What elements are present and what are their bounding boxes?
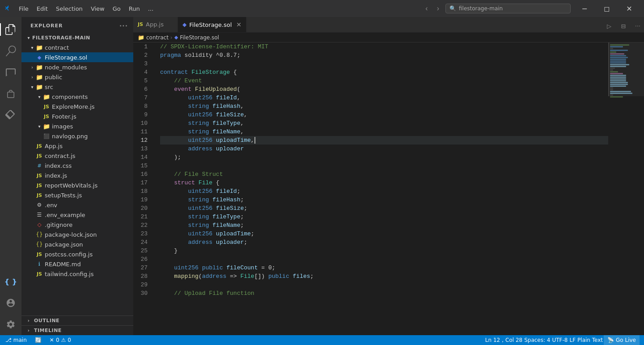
sidebar-item-env[interactable]: ⚙ .env — [21, 200, 133, 210]
timeline-section[interactable]: › TIMELINE — [21, 325, 133, 335]
explorer-activity-icon[interactable] — [0, 19, 21, 40]
sidebar-item-contract[interactable]: ▾ 📁 contract — [21, 43, 133, 52]
sidebar-item-exploremore[interactable]: JS ExploreMore.js — [21, 102, 133, 111]
run-button[interactable]: ▷ — [603, 20, 615, 32]
code-line-5: // Event — [160, 77, 608, 85]
code-line-6: event FileUploaded( — [160, 85, 608, 94]
sync-icon: 🔄 — [35, 337, 42, 343]
js-icon3: JS — [36, 142, 43, 149]
restore-button[interactable]: ◻ — [597, 0, 617, 17]
sidebar-item-contract-js[interactable]: JS contract.js — [21, 151, 133, 161]
mini-line-14 — [610, 68, 615, 69]
root-folder-label: FILESTORAGE-MAIN — [32, 35, 90, 41]
postcss-label: postcss.config.js — [45, 251, 93, 258]
status-spaces[interactable]: Spaces: 4 — [523, 335, 551, 345]
sidebar-more-icon[interactable]: ··· — [119, 22, 128, 30]
mini-line-7 — [610, 55, 626, 56]
run-activity-icon[interactable] — [0, 83, 21, 105]
code-line-18: uint256 fileId; — [160, 187, 608, 196]
tab-app-js[interactable]: JS App.js — [133, 17, 178, 32]
sidebar-item-public[interactable]: › 📁 public — [21, 72, 133, 82]
mini-line-19 — [610, 77, 626, 78]
menu-run[interactable]: Run — [125, 4, 144, 14]
sidebar-item-node-modules[interactable]: › 📁 node_modules — [21, 62, 133, 72]
app-js-label: App.js — [45, 143, 63, 149]
editor-container[interactable]: 1 2 3 4 5 6 7 8 9 10 11 12 13 14 15 16 1 — [133, 43, 644, 335]
sidebar-item-reportwebvitals[interactable]: JS reportWebVitals.js — [21, 180, 133, 190]
line-num-30: 30 — [133, 289, 152, 298]
sidebar-item-package-lock[interactable]: {} package-lock.json — [21, 230, 133, 239]
extensions-activity-icon[interactable] — [0, 105, 21, 126]
sidebar-item-images[interactable]: ▾ 📁 images — [21, 121, 133, 131]
git-icon1: ◇ — [36, 221, 43, 228]
tab-filestorage-sol[interactable]: ◆ FileStorage.sol ✕ — [178, 17, 246, 32]
remote-activity-icon[interactable]: { } — [0, 271, 21, 292]
src-label: src — [45, 84, 53, 90]
menu-edit[interactable]: Edit — [33, 4, 51, 14]
sidebar-item-src[interactable]: ▾ 📁 src — [21, 82, 133, 92]
mini-line-5 — [610, 51, 616, 53]
account-activity-icon[interactable] — [0, 292, 21, 314]
tab-close-icon[interactable]: ✕ — [236, 21, 242, 28]
status-line-col[interactable]: Ln 12, Col 28 — [484, 335, 523, 345]
line-ending-label: LF — [569, 337, 576, 343]
menu-selection[interactable]: Selection — [52, 4, 86, 14]
sidebar-item-index-css[interactable]: # index.css — [21, 161, 133, 170]
breadcrumb: 📁 contract › ◆ FileStorage.sol — [133, 33, 644, 43]
sidebar-item-gitignore[interactable]: ◇ .gitignore — [21, 220, 133, 230]
sidebar-item-package-json[interactable]: {} package.json — [21, 239, 133, 249]
error-icon: ✕ — [50, 337, 54, 343]
sidebar-item-setuptests[interactable]: JS setupTests.js — [21, 190, 133, 200]
breadcrumb-icon: 📁 — [138, 34, 144, 41]
mini-line-10 — [610, 60, 626, 62]
nav-back-button[interactable]: ‹ — [423, 4, 430, 13]
settings-activity-icon[interactable] — [0, 314, 21, 335]
menu-view[interactable]: View — [87, 4, 108, 14]
breadcrumb-file[interactable]: FileStorage.sol — [180, 34, 219, 41]
js-icon5: JS — [36, 172, 43, 179]
status-sync[interactable]: 🔄 — [34, 335, 42, 345]
sidebar-item-app-js[interactable]: JS App.js — [21, 141, 133, 151]
split-editor-button[interactable]: ⊟ — [617, 20, 630, 32]
sidebar-item-env-example[interactable]: ☰ .env_example — [21, 210, 133, 220]
menu-go[interactable]: Go — [109, 4, 124, 14]
status-line-ending[interactable]: LF — [568, 335, 576, 345]
status-encoding[interactable]: UTF-8 — [551, 335, 569, 345]
sidebar-root-folder[interactable]: ▾ FILESTORAGE-MAIN — [21, 33, 133, 43]
mini-line-16 — [610, 71, 618, 72]
sidebar-item-filestorage-sol[interactable]: ◆ FileStorage.sol — [21, 52, 133, 62]
minimize-button[interactable]: − — [574, 0, 595, 17]
sidebar-item-index-js[interactable]: JS index.js — [21, 170, 133, 180]
editor-more-button[interactable]: ··· — [631, 20, 644, 32]
sidebar-item-tailwind[interactable]: JS tailwind.config.js — [21, 269, 133, 279]
nav-forward-button[interactable]: › — [434, 4, 442, 13]
outline-section[interactable]: › OUTLINE — [21, 315, 133, 325]
status-errors[interactable]: ✕ 0 ⚠ 0 — [49, 335, 72, 345]
sidebar-item-readme[interactable]: ℹ README.md — [21, 259, 133, 269]
gitignore-label: .gitignore — [45, 221, 72, 228]
go-live-icon: 📡 — [607, 337, 614, 343]
sidebar-item-footer[interactable]: JS Footer.js — [21, 111, 133, 121]
mini-line-9 — [610, 59, 626, 60]
status-go-live[interactable]: 📡 Go Live — [604, 335, 640, 345]
code-area[interactable]: // SPDX-License-Identifier: MIT pragma s… — [156, 43, 608, 335]
sidebar-item-navlogo[interactable]: ⬛ navlogo.png — [21, 131, 133, 141]
search-activity-icon[interactable] — [0, 40, 21, 62]
menu-file[interactable]: File — [15, 4, 32, 14]
search-bar[interactable]: 🔍 filestorage-main — [445, 4, 571, 13]
folder-icon2: 📁 — [36, 64, 43, 71]
source-control-activity-icon[interactable] — [0, 62, 21, 83]
code-line-23: uint256 uploadTime; — [160, 230, 608, 238]
env-label: .env — [45, 202, 57, 209]
sidebar-item-postcss[interactable]: JS postcss.config.js — [21, 249, 133, 259]
editor-toolbar-right: ▷ ⊟ ··· — [603, 20, 644, 32]
sidebar-item-components[interactable]: ▾ 📁 components — [21, 92, 133, 102]
close-button[interactable]: ✕ — [619, 0, 640, 17]
readme-label: README.md — [45, 261, 81, 268]
mini-line-8 — [610, 57, 628, 58]
status-language[interactable]: Plain Text — [576, 335, 604, 345]
status-branch[interactable]: ⎇ main — [4, 335, 28, 345]
breadcrumb-contract[interactable]: contract — [146, 34, 169, 41]
images-chevron: ▾ — [36, 124, 43, 129]
menu-more[interactable]: ... — [144, 4, 157, 14]
